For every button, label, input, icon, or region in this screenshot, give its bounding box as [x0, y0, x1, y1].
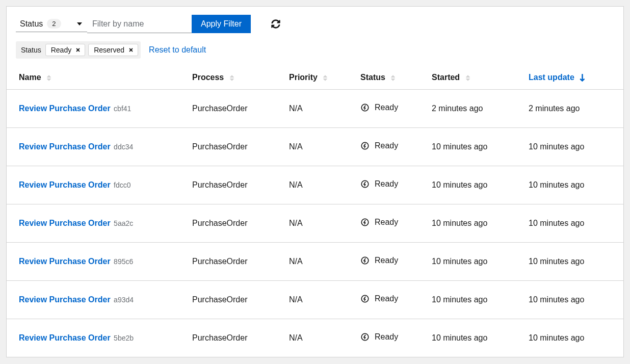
status-count-badge: 2 — [47, 19, 61, 29]
status-filter-label: Status — [20, 19, 43, 29]
started-cell: 10 minutes ago — [419, 243, 516, 281]
column-header-name[interactable]: Name — [7, 66, 180, 90]
on-running-icon — [360, 141, 370, 150]
status-text: Ready — [375, 256, 398, 265]
chip-remove-ready[interactable] — [74, 46, 82, 54]
last-update-cell: 10 minutes ago — [516, 319, 623, 357]
status-cell: Ready — [360, 294, 398, 303]
status-cell: Ready — [360, 218, 398, 227]
priority-cell: N/A — [277, 243, 348, 281]
last-update-cell: 2 minutes ago — [516, 90, 623, 128]
process-cell: PurchaseOrder — [180, 204, 277, 243]
task-id: a93d4 — [114, 296, 134, 304]
task-table: Name Process Priority Status Started — [7, 66, 623, 357]
table-row: Review Purchase Order a93d4 PurchaseOrde… — [7, 281, 623, 319]
status-text: Ready — [375, 103, 398, 112]
status-cell: Ready — [360, 141, 398, 150]
task-id: 895c6 — [114, 257, 133, 266]
priority-cell: N/A — [277, 319, 348, 357]
status-cell: Ready — [360, 256, 398, 265]
task-name-link[interactable]: Review Purchase Order — [19, 142, 111, 151]
table-row: Review Purchase Order 5aa2c PurchaseOrde… — [7, 204, 623, 243]
chip-label: Reserved — [94, 46, 124, 54]
task-id: 5be2b — [114, 334, 134, 342]
on-running-icon — [360, 256, 370, 265]
column-header-last-update[interactable]: Last update — [516, 66, 623, 90]
status-text: Ready — [375, 141, 398, 150]
last-update-cell: 10 minutes ago — [516, 243, 623, 281]
table-row: Review Purchase Order cbf41 PurchaseOrde… — [7, 90, 623, 128]
started-cell: 10 minutes ago — [419, 204, 516, 243]
process-cell: PurchaseOrder — [180, 128, 277, 166]
started-cell: 10 minutes ago — [419, 281, 516, 319]
caret-down-icon — [77, 22, 82, 25]
column-header-status[interactable]: Status — [348, 66, 419, 90]
task-name-link[interactable]: Review Purchase Order — [19, 104, 111, 113]
status-cell: Ready — [360, 103, 398, 112]
refresh-button[interactable] — [268, 16, 283, 32]
priority-cell: N/A — [277, 204, 348, 243]
filter-toolbar: Status 2 Apply Filter — [7, 7, 623, 37]
reset-to-default-link[interactable]: Reset to default — [149, 45, 206, 55]
sort-icon — [46, 74, 51, 82]
table-row: Review Purchase Order ddc34 PurchaseOrde… — [7, 128, 623, 166]
started-cell: 10 minutes ago — [419, 166, 516, 204]
apply-filter-button[interactable]: Apply Filter — [192, 15, 251, 33]
task-name-link[interactable]: Review Purchase Order — [19, 257, 111, 266]
task-name-link[interactable]: Review Purchase Order — [19, 180, 111, 189]
chip-remove-reserved[interactable] — [127, 46, 135, 54]
chip-group-label: Status — [21, 46, 41, 54]
active-filters-row: Status Ready Reserved Reset to default — [7, 37, 623, 66]
status-text: Ready — [375, 294, 398, 303]
close-icon — [75, 47, 81, 53]
sort-down-icon — [580, 74, 585, 82]
task-name-link[interactable]: Review Purchase Order — [19, 333, 111, 342]
task-id: fdcc0 — [114, 181, 130, 189]
column-header-priority[interactable]: Priority — [277, 66, 348, 90]
status-filter-dropdown[interactable]: Status 2 — [16, 16, 87, 32]
status-text: Ready — [375, 218, 398, 227]
task-name-link[interactable]: Review Purchase Order — [19, 219, 111, 227]
task-id: 5aa2c — [114, 219, 133, 227]
column-header-started[interactable]: Started — [419, 66, 516, 90]
table-row: Review Purchase Order fdcc0 PurchaseOrde… — [7, 166, 623, 204]
sort-icon — [323, 74, 328, 82]
priority-cell: N/A — [277, 128, 348, 166]
priority-cell: N/A — [277, 90, 348, 128]
started-cell: 2 minutes ago — [419, 90, 516, 128]
process-cell: PurchaseOrder — [180, 166, 277, 204]
chip-label: Ready — [51, 46, 71, 54]
chip-ready: Ready — [45, 44, 85, 56]
status-text: Ready — [375, 332, 398, 342]
close-icon — [128, 47, 134, 53]
task-inbox-panel: Status 2 Apply Filter Status Ready Reser… — [6, 6, 624, 357]
on-running-icon — [360, 218, 370, 227]
status-text: Ready — [375, 179, 398, 189]
priority-cell: N/A — [277, 281, 348, 319]
priority-cell: N/A — [277, 166, 348, 204]
started-cell: 10 minutes ago — [419, 128, 516, 166]
status-chip-group: Status Ready Reserved — [16, 41, 141, 59]
chip-reserved: Reserved — [88, 44, 138, 56]
last-update-cell: 10 minutes ago — [516, 204, 623, 243]
last-update-cell: 10 minutes ago — [516, 128, 623, 166]
filter-by-name-input[interactable] — [87, 15, 192, 33]
process-cell: PurchaseOrder — [180, 90, 277, 128]
process-cell: PurchaseOrder — [180, 281, 277, 319]
sort-icon — [465, 74, 470, 82]
on-running-icon — [360, 179, 370, 189]
status-cell: Ready — [360, 332, 398, 342]
column-header-process[interactable]: Process — [180, 66, 277, 90]
table-row: Review Purchase Order 895c6 PurchaseOrde… — [7, 243, 623, 281]
task-id: ddc34 — [114, 143, 133, 151]
task-name-link[interactable]: Review Purchase Order — [19, 295, 111, 304]
refresh-icon — [271, 19, 280, 29]
process-cell: PurchaseOrder — [180, 243, 277, 281]
task-id: cbf41 — [114, 105, 131, 113]
started-cell: 10 minutes ago — [419, 319, 516, 357]
last-update-cell: 10 minutes ago — [516, 281, 623, 319]
status-cell: Ready — [360, 179, 398, 189]
on-running-icon — [360, 332, 370, 342]
sort-icon — [229, 74, 234, 82]
on-running-icon — [360, 103, 370, 112]
